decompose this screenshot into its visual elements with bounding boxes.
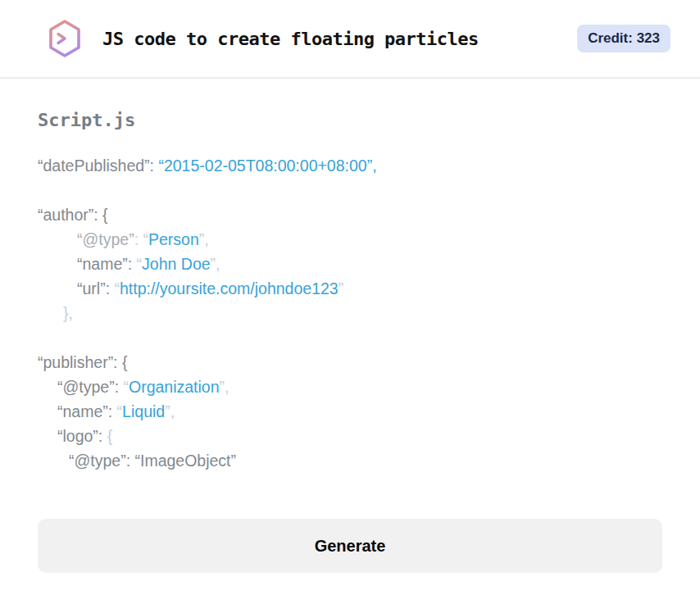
code-line: “@type”: “ImageObject” (38, 448, 662, 473)
code-line: “author”: { (38, 202, 662, 227)
code-line (38, 178, 662, 202)
code-token: “datePublished”: (38, 157, 158, 175)
code-token: “name”: (57, 402, 117, 420)
code-block: “datePublished”: “2015-02-05T08:00:00+08… (38, 153, 662, 473)
code-token: ” (339, 279, 344, 297)
code-token: : (134, 230, 143, 248)
code-line: }, (38, 301, 662, 325)
file-name: Script.js (38, 110, 662, 130)
code-token: “@type”: (57, 378, 123, 396)
code-token: ”, (211, 255, 220, 273)
code-token: ”, (165, 402, 175, 420)
code-token: { (107, 427, 113, 445)
code-token: ”, (220, 378, 230, 396)
code-token: “2015-02-05T08:00:00+08:00”, (158, 157, 376, 175)
code-token: “logo”: (57, 427, 107, 445)
code-line: “name”: “John Doe”, (38, 252, 662, 276)
terminal-prompt-hexagon-icon (45, 19, 84, 58)
code-token: “url”: (77, 279, 115, 297)
code-line: “name”: “Liquid”, (38, 399, 662, 424)
page-title: JS code to create floating particles (102, 29, 577, 49)
code-token: “@type”: “ImageObject” (69, 452, 236, 470)
code-line: “publisher”: { (38, 350, 662, 375)
code-token: “publisher”: { (38, 353, 127, 371)
code-line: “logo”: { (38, 424, 662, 448)
main-content: Script.js “datePublished”: “2015-02-05T0… (0, 110, 700, 573)
code-token: Person (148, 230, 199, 248)
code-token: Liquid (122, 402, 165, 420)
code-line: “datePublished”: “2015-02-05T08:00:00+08… (38, 153, 662, 178)
code-token: ”, (199, 230, 209, 248)
code-line: “url”: “http://yoursite.com/johndoe123” (38, 276, 662, 301)
code-token: http://yoursite.com/johndoe123 (120, 279, 339, 297)
code-line (38, 325, 662, 350)
code-token: “name”: (77, 255, 137, 273)
code-token: “@type” (77, 230, 134, 248)
code-line: “@type”: “Person”, (38, 227, 662, 252)
code-token: Organization (129, 378, 220, 396)
credit-badge: Credit: 323 (577, 25, 670, 52)
code-token: }, (63, 304, 73, 322)
code-token: John Doe (142, 255, 210, 273)
code-line: “@type”: “Organization”, (38, 375, 662, 399)
generate-button[interactable]: Generate (38, 519, 662, 573)
header: JS code to create floating particles Cre… (0, 0, 700, 79)
code-token: “author”: { (38, 206, 108, 224)
